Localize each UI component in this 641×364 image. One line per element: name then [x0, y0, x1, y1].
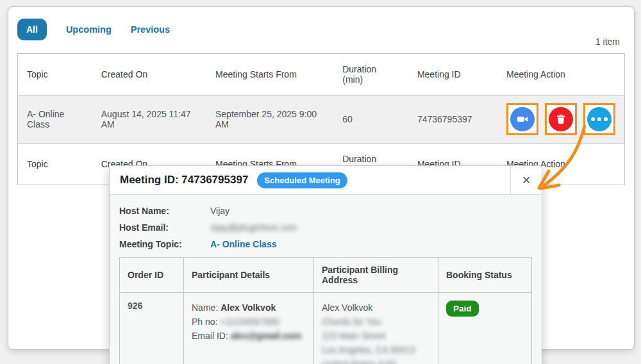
- host-email-value: vijay@pluginhive.com: [210, 219, 297, 236]
- modal-header: Meeting ID: 74736795397 Scheduled Meetin…: [110, 166, 542, 195]
- col-billing-address: Participant Billing Address: [314, 258, 438, 293]
- host-name-label: Host Name:: [119, 203, 210, 219]
- participant-name-line: Name: Alex Volkvok: [192, 301, 306, 315]
- participant-details-cell: Name: Alex Volkvok Ph no: +11234567890 E…: [184, 293, 314, 364]
- col-duration: Duration (min): [333, 54, 408, 95]
- meeting-topic-cell: A- Online Class: [18, 95, 92, 144]
- col-starts-from: Meeting Starts From: [206, 54, 333, 95]
- order-id-cell: 926: [120, 293, 184, 364]
- participants-table: Order ID Participant Details Participant…: [119, 257, 532, 364]
- status-badge: Scheduled Meeting: [257, 172, 347, 188]
- paid-badge: Paid: [446, 301, 479, 317]
- col-meeting-action: Meeting Action: [497, 54, 625, 95]
- host-email-label: Host Email:: [119, 219, 210, 236]
- host-name-value: Vijay: [210, 203, 229, 219]
- tabs-bar: All Upcoming Previous 1 item: [17, 19, 625, 40]
- meeting-actions-cell: [497, 95, 625, 144]
- close-icon: ✕: [522, 174, 531, 187]
- col-meeting-id: Meeting ID: [408, 54, 497, 95]
- participant-row: 926 Name: Alex Volkvok Ph no: +112345678…: [120, 293, 532, 364]
- col-topic: Topic: [18, 144, 92, 185]
- meetings-header-row: Topic Created On Meeting Starts From Dur…: [18, 54, 625, 95]
- meeting-created-cell: August 14, 2025 11:47 AM: [92, 95, 206, 144]
- meeting-topic-link[interactable]: A- Online Class: [210, 236, 276, 252]
- tab-upcoming[interactable]: Upcoming: [66, 24, 112, 35]
- billing-name: Alex Volkvok: [322, 301, 430, 315]
- billing-address-cell: Alex Volkvok Chords for You 123 Main Str…: [314, 293, 438, 364]
- col-created-on: Created On: [92, 54, 206, 95]
- billing-country: United States (US): [322, 357, 430, 364]
- modal-title: Meeting ID: 74736795397: [120, 174, 248, 186]
- col-order-id: Order ID: [120, 258, 184, 293]
- modal-body: Host Name: Vijay Host Email: vijay@plugi…: [110, 195, 542, 364]
- participant-phone-line: Ph no: +11234567890: [192, 315, 306, 329]
- meeting-topic-row: Meeting Topic: A- Online Class: [119, 236, 532, 252]
- participant-phone: +11234567890: [220, 317, 279, 327]
- item-count: 1 item: [595, 37, 625, 47]
- billing-company: Chords for You: [322, 315, 430, 329]
- col-topic: Topic: [18, 54, 92, 95]
- billing-street: 123 Main Street: [322, 329, 430, 343]
- participant-name: Alex Volkvok: [221, 302, 276, 313]
- meeting-row: A- Online Class August 14, 2025 11:47 AM…: [18, 95, 625, 144]
- trash-icon: [549, 107, 573, 131]
- col-booking-status: Booking Status: [438, 258, 532, 293]
- meeting-details-modal: Meeting ID: 74736795397 Scheduled Meetin…: [109, 165, 542, 364]
- participant-email: alex@gmail.com: [231, 331, 301, 341]
- meeting-duration-cell: 60: [333, 95, 408, 144]
- participant-email-line: Email ID: alex@gmail.com: [192, 329, 306, 343]
- billing-city: Los Angeles, CA 90013: [322, 343, 430, 357]
- close-button[interactable]: ✕: [510, 166, 542, 194]
- meeting-starts-cell: September 25, 2025 9:00 AM: [206, 95, 333, 144]
- meeting-topic-label: Meeting Topic:: [119, 236, 210, 252]
- col-participant-details: Participant Details: [184, 258, 314, 293]
- tab-all[interactable]: All: [17, 19, 47, 40]
- booking-status-cell: Paid: [438, 293, 532, 364]
- tab-previous[interactable]: Previous: [131, 24, 170, 35]
- meeting-id-cell: 74736795397: [408, 95, 497, 144]
- host-name-row: Host Name: Vijay: [119, 203, 532, 219]
- host-email-row: Host Email: vijay@pluginhive.com: [119, 219, 532, 236]
- delete-meeting-button[interactable]: [545, 103, 577, 135]
- start-meeting-button[interactable]: [506, 103, 538, 135]
- ellipsis-icon: [587, 107, 612, 131]
- zoom-video-icon: [510, 107, 535, 131]
- participants-header-row: Order ID Participant Details Participant…: [120, 258, 532, 293]
- more-actions-button[interactable]: [583, 103, 615, 135]
